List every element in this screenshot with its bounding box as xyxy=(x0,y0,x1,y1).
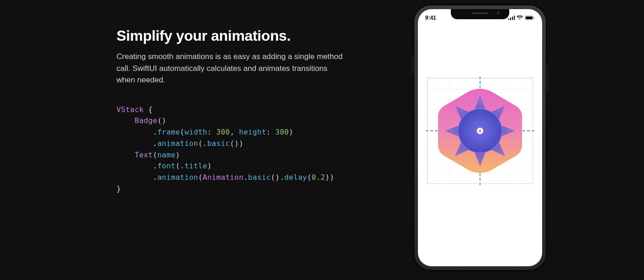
code-sample: VStack { Badge() .frame(width: 300, heig… xyxy=(116,104,372,195)
code-punct: . xyxy=(153,173,157,182)
camera-icon xyxy=(497,11,500,15)
text-column: Simplify your animations. Creating smoot… xyxy=(116,27,372,195)
code-type: Text xyxy=(135,151,153,159)
cellular-icon xyxy=(508,16,515,20)
code-fn: basic xyxy=(248,173,271,182)
code-ident: name xyxy=(157,151,175,159)
code-fn: frame xyxy=(157,128,180,136)
phone-screen: 9:41 xyxy=(418,9,542,266)
code-type: Badge xyxy=(135,116,158,125)
speaker-icon xyxy=(471,12,489,14)
code-type: Animation xyxy=(203,173,243,182)
code-number: 0.2 xyxy=(311,173,325,182)
status-right xyxy=(508,16,535,20)
code-fn: basic xyxy=(207,139,230,148)
code-punct: ( xyxy=(307,173,311,182)
battery-icon xyxy=(525,16,535,20)
phone-column: 9:41 xyxy=(413,5,547,271)
code-punct: )) xyxy=(325,173,334,182)
code-punct: : xyxy=(266,128,275,136)
code-fn: animation xyxy=(157,139,198,148)
phone-frame: 9:41 xyxy=(413,5,547,271)
svg-rect-1 xyxy=(526,16,533,19)
code-number: 300 xyxy=(275,128,289,136)
code-punct: ) xyxy=(289,128,294,136)
code-punct: ) xyxy=(175,151,180,159)
code-punct: } xyxy=(116,184,121,193)
wifi-icon xyxy=(517,16,523,20)
preview-canvas xyxy=(427,78,533,184)
code-fn: font xyxy=(157,162,175,170)
code-punct: . xyxy=(153,162,157,170)
code-arg: width xyxy=(185,128,207,136)
code-number: 300 xyxy=(216,128,230,136)
code-punct: (. xyxy=(198,139,207,148)
code-punct: : xyxy=(207,128,216,136)
code-punct: { xyxy=(144,105,153,114)
phone-notch xyxy=(451,9,509,19)
code-punct: () xyxy=(157,116,166,125)
badge-icon xyxy=(428,78,533,183)
section-heading: Simplify your animations. xyxy=(116,27,372,44)
svg-rect-2 xyxy=(534,17,535,19)
code-fn: animation xyxy=(157,173,198,182)
code-punct: ()) xyxy=(230,139,243,148)
code-punct: ) xyxy=(207,162,212,170)
code-punct: ( xyxy=(198,173,203,182)
section-description: Creating smooth animations is as easy as… xyxy=(116,51,345,86)
code-fn: delay xyxy=(285,173,307,182)
code-punct: (). xyxy=(271,173,285,182)
code-punct: ( xyxy=(153,151,157,159)
status-time: 9:41 xyxy=(425,15,436,21)
code-fn: title xyxy=(185,162,207,170)
code-punct: . xyxy=(243,173,248,182)
code-keyword: VStack xyxy=(116,105,144,114)
svg-point-14 xyxy=(479,129,482,133)
code-punct: ( xyxy=(180,128,185,136)
code-punct: . xyxy=(153,128,157,136)
code-arg: height xyxy=(239,128,266,136)
code-punct: , xyxy=(230,128,239,136)
code-punct: (. xyxy=(175,162,185,170)
code-punct: . xyxy=(153,139,157,148)
